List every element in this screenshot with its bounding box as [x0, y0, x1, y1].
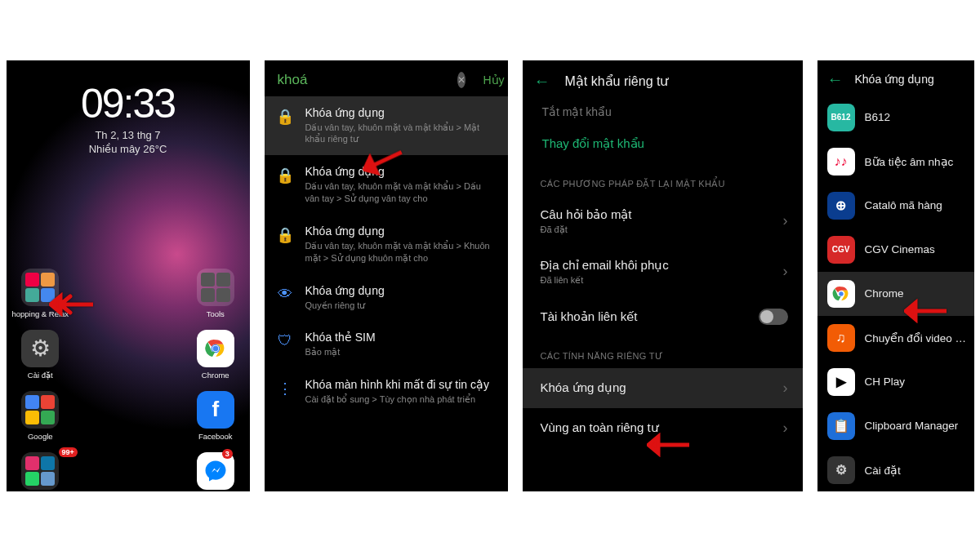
row-title: Câu hỏi bảo mật [541, 207, 775, 222]
chevron-right-icon: › [783, 420, 788, 437]
result-title: Khóa ứng dụng [305, 284, 497, 297]
gear-icon [21, 330, 59, 367]
toggle-switch[interactable] [759, 309, 788, 325]
lock-icon: 🔒 [276, 106, 294, 126]
page-title: Mật khẩu riêng tư [565, 73, 669, 89]
app-row[interactable]: ♫Chuyển đổi video sang [817, 316, 974, 360]
result-sub: Dấu vân tay, khuôn mặt và mật khẩu > Dấu… [305, 180, 497, 205]
app-lock-row[interactable]: Khóa ứng dụng › [523, 368, 803, 408]
lock-icon: 🛡 [276, 331, 294, 349]
search-result[interactable]: 👁 Khóa ứng dụng Quyền riêng tư [265, 274, 508, 322]
result-title: Khóa màn hình khi mất đi sự tin cậy [305, 378, 497, 391]
app-label: Cài đặt [865, 464, 968, 477]
app-icon: ♪♪ [827, 148, 855, 176]
result-sub: Dấu vân tay, khuôn mặt và mật khẩu > Khu… [305, 240, 497, 264]
folder-label: Google [28, 432, 53, 441]
app-icon: ⚙ [827, 456, 855, 484]
page-title: Khóa ứng dụng [855, 73, 934, 86]
clock-date: Th 2, 13 thg 7 [7, 129, 250, 141]
app-row[interactable]: ♪♪Bữa tiệc âm nhạc [817, 140, 974, 184]
app-icon: ⊕ [827, 192, 855, 220]
folder-social[interactable]: 99+ Social [11, 452, 70, 491]
app-icon: CGV [827, 236, 855, 264]
linked-account-row[interactable]: Tài khoản liên kết [523, 297, 803, 336]
folder-icon [21, 269, 59, 306]
row-sub: Đã đặt [541, 224, 775, 235]
folder-shopping[interactable]: hopping & Relax [11, 269, 70, 318]
recovery-email-row[interactable]: Địa chỉ email khôi phục Đã liên kết › [523, 247, 803, 297]
app-label: Catalô mã hàng [865, 199, 968, 211]
search-results: 🔒 Khóa ứng dụng Dấu vân tay, khuôn mặt v… [265, 96, 508, 416]
security-question-row[interactable]: Câu hỏi bảo mật Đã đặt › [523, 196, 803, 247]
app-row[interactable]: ⊕Catalô mã hàng [817, 184, 974, 228]
app-row[interactable]: ⚙Cài đặt [817, 448, 974, 491]
result-title: Khóa ứng dụng [305, 224, 497, 238]
folder-tools[interactable]: Tools [186, 269, 245, 318]
row-title: Vùng an toàn riêng tư [541, 420, 775, 435]
result-sub: Dấu vân tay, khuôn mặt và mật khẩu > Mật… [305, 122, 497, 146]
home-grid: hopping & Relax Tools Cài đặt Chrome Goo… [7, 269, 250, 491]
app-label: Clipboard Manager [865, 420, 968, 432]
app-chrome[interactable]: Chrome [186, 330, 245, 380]
app-row[interactable]: 📋Clipboard Manager [817, 404, 974, 448]
result-title: Khóa ứng dụng [305, 165, 497, 178]
chrome-icon [197, 330, 234, 367]
chevron-right-icon: › [783, 212, 788, 229]
app-label: Chrome [202, 371, 229, 380]
app-icon: B612 [827, 104, 855, 131]
app-label: CH Play [865, 375, 968, 388]
result-title: Khóa thẻ SIM [305, 331, 497, 344]
lock-icon: ⋮ [276, 378, 294, 398]
app-label: CGV Cinemas [865, 243, 968, 256]
app-row[interactable]: B612B612 [817, 96, 974, 140]
lock-icon: 👁 [276, 284, 294, 303]
search-result[interactable]: 🔒 Khóa ứng dụng Dấu vân tay, khuôn mặt v… [265, 155, 508, 215]
app-list: B612B612♪♪Bữa tiệc âm nhạc⊕Catalô mã hàn… [817, 96, 974, 491]
search-result[interactable]: 🔒 Khóa ứng dụng Dấu vân tay, khuôn mặt v… [265, 215, 508, 274]
row-title: Khóa ứng dụng [541, 380, 775, 395]
search-result[interactable]: 🔒 Khóa ứng dụng Dấu vân tay, khuôn mặt v… [265, 96, 508, 156]
app-icon: 📋 [827, 412, 855, 440]
folder-label: hopping & Relax [11, 309, 69, 318]
back-icon[interactable]: ← [534, 72, 550, 91]
disable-password[interactable]: Tắt mật khẩu [523, 99, 803, 127]
app-row[interactable]: ▶CH Play [817, 360, 974, 404]
result-sub: Cài đặt bổ sung > Tùy chọn nhà phát triể… [305, 393, 497, 406]
private-safe-row[interactable]: Vùng an toàn riêng tư › [523, 408, 803, 448]
folder-icon [21, 452, 59, 490]
app-icon [827, 280, 855, 308]
clear-icon[interactable]: ✕ [457, 72, 466, 88]
app-messenger[interactable]: 3 Messenger [186, 452, 245, 491]
row-title: Tài khoản liên kết [541, 309, 751, 324]
back-icon[interactable]: ← [827, 70, 844, 89]
row-title: Địa chỉ email khôi phục [541, 258, 775, 273]
search-result[interactable]: 🛡 Khóa thẻ SIM Bảo mật [265, 321, 508, 368]
change-password[interactable]: Thay đổi mật khẩu [523, 127, 803, 164]
settings-search: ✕ Hủy 🔒 Khóa ứng dụng Dấu vân tay, khuôn… [265, 60, 508, 491]
result-title: Khóa ứng dụng [305, 106, 497, 119]
facebook-icon: f [197, 391, 234, 429]
app-icon: ▶ [827, 368, 855, 396]
search-bar: ✕ Hủy [265, 60, 508, 96]
app-row[interactable]: CGVCGV Cinemas [817, 228, 974, 272]
result-sub: Bảo mật [305, 346, 497, 358]
app-label: Cài đặt [28, 371, 53, 380]
result-sub: Quyền riêng tư [305, 300, 497, 312]
folder-google[interactable]: Google [11, 391, 70, 441]
lock-icon: 🔒 [276, 165, 294, 184]
app-lock-list: ← Khóa ứng dụng B612B612♪♪Bữa tiệc âm nh… [817, 60, 974, 491]
header: ← Mật khẩu riêng tư [523, 60, 803, 99]
cancel-button[interactable]: Hủy [479, 73, 508, 87]
folder-icon [197, 269, 234, 306]
folder-icon [21, 391, 59, 429]
privacy-settings: ← Mật khẩu riêng tư Tắt mật khẩu Thay đổ… [523, 60, 803, 491]
search-input[interactable] [278, 72, 451, 88]
folder-label: Social [11, 491, 70, 491]
app-row[interactable]: Chrome [817, 272, 974, 316]
app-facebook[interactable]: f Facebook [186, 391, 245, 441]
row-sub: Đã liên kết [541, 275, 775, 286]
search-result[interactable]: ⋮ Khóa màn hình khi mất đi sự tin cậy Cà… [265, 368, 508, 415]
app-icon: ♫ [827, 324, 855, 352]
app-label: Chrome [865, 287, 968, 300]
app-settings[interactable]: Cài đặt [11, 330, 70, 380]
